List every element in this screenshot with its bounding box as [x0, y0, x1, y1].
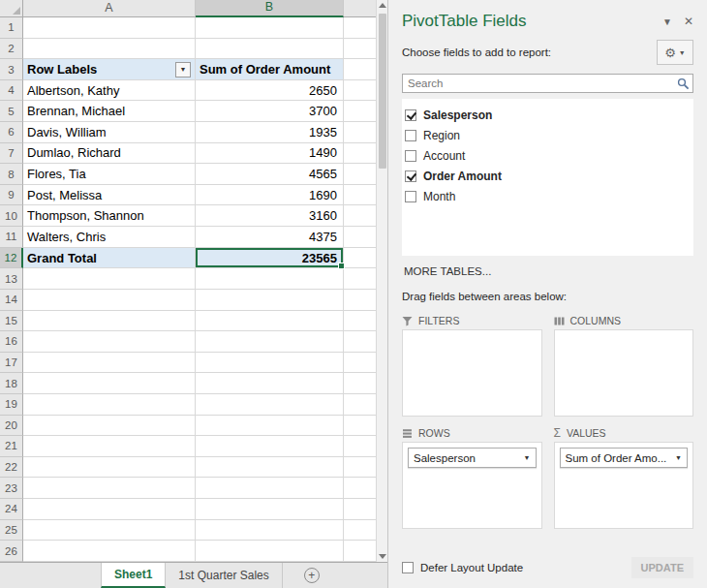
cell-A11[interactable]: Walters, Chris — [23, 227, 196, 248]
column-header-b[interactable]: B — [196, 0, 344, 17]
cell-A6[interactable]: Davis, William — [23, 122, 196, 143]
row-header-14[interactable]: 14 — [0, 290, 23, 311]
cell-C10[interactable] — [344, 205, 376, 227]
row-header-2[interactable]: 2 — [0, 39, 23, 60]
field-item-month[interactable]: Month — [405, 186, 692, 206]
row-header-7[interactable]: 7 — [0, 143, 23, 165]
cell-B3[interactable]: Sum of Order Amount — [196, 59, 344, 80]
cell-C26[interactable] — [344, 541, 376, 562]
row-header-5[interactable]: 5 — [0, 101, 23, 122]
values-field-pill[interactable]: Sum of Order Amo...▼ — [560, 448, 689, 468]
field-item-account[interactable]: Account — [405, 145, 692, 166]
cell-B7[interactable]: 1490 — [196, 143, 344, 165]
cell-A3[interactable]: Row Labels▼ — [23, 59, 196, 80]
cell-C3[interactable] — [344, 59, 376, 80]
row-header-11[interactable]: 11 — [0, 227, 23, 248]
cell-A14[interactable] — [23, 290, 196, 311]
tab-1st-quarter-sales[interactable]: 1st Quarter Sales — [166, 563, 282, 588]
tab-sheet1[interactable]: Sheet1 — [101, 563, 166, 588]
cell-B4[interactable]: 2650 — [196, 80, 344, 102]
cell-A19[interactable] — [23, 394, 196, 416]
tools-button[interactable]: ⚙ ▼ — [657, 40, 693, 65]
field-checkbox[interactable] — [405, 191, 416, 202]
cell-A25[interactable] — [23, 520, 196, 542]
cell-A8[interactable]: Flores, Tia — [23, 164, 196, 185]
columns-drop-zone[interactable] — [554, 329, 694, 417]
row-header-6[interactable]: 6 — [0, 122, 23, 143]
cell-B19[interactable] — [196, 394, 344, 416]
cell-C17[interactable] — [344, 353, 376, 374]
scrollbar-thumb[interactable] — [379, 14, 386, 169]
field-checkbox[interactable] — [405, 130, 416, 141]
filters-drop-zone[interactable] — [402, 329, 542, 417]
cell-B16[interactable] — [196, 331, 344, 353]
cell-B20[interactable] — [196, 416, 344, 437]
row-header-18[interactable]: 18 — [0, 373, 23, 394]
cell-A7[interactable]: Dumlao, Richard — [23, 143, 196, 165]
cell-B17[interactable] — [196, 353, 344, 374]
cell-A5[interactable]: Brennan, Michael — [23, 101, 196, 122]
more-tables-link[interactable]: MORE TABLES... — [402, 265, 693, 277]
cell-C9[interactable] — [344, 185, 376, 206]
cell-C13[interactable] — [344, 268, 376, 290]
cell-B2[interactable] — [196, 39, 344, 60]
search-box[interactable] — [402, 74, 693, 93]
cell-B22[interactable] — [196, 457, 344, 479]
cell-A23[interactable] — [23, 478, 196, 499]
values-drop-zone[interactable]: Sum of Order Amo...▼ — [554, 442, 694, 529]
cell-C14[interactable] — [344, 290, 376, 311]
cell-C8[interactable] — [344, 164, 376, 185]
cell-A15[interactable] — [23, 311, 196, 332]
cell-C19[interactable] — [344, 394, 376, 416]
scroll-down-arrow-icon[interactable] — [379, 554, 386, 559]
cell-A17[interactable] — [23, 353, 196, 374]
row-header-12[interactable]: 12 — [0, 248, 23, 269]
row-header-10[interactable]: 10 — [0, 205, 23, 227]
row-header-25[interactable]: 25 — [0, 520, 23, 542]
cell-C20[interactable] — [344, 416, 376, 437]
row-header-1[interactable]: 1 — [0, 17, 23, 39]
cell-A16[interactable] — [23, 331, 196, 353]
row-header-13[interactable]: 13 — [0, 268, 23, 290]
row-header-9[interactable]: 9 — [0, 185, 23, 206]
pane-close-icon[interactable]: ✕ — [684, 15, 693, 28]
row-header-19[interactable]: 19 — [0, 394, 23, 416]
new-sheet-button[interactable]: + — [304, 568, 320, 583]
row-header-26[interactable]: 26 — [0, 541, 23, 562]
cell-A10[interactable]: Thompson, Shannon — [23, 205, 196, 227]
vertical-scrollbar[interactable] — [376, 0, 387, 562]
field-item-region[interactable]: Region — [405, 125, 692, 145]
row-header-24[interactable]: 24 — [0, 499, 23, 520]
column-header-c[interactable] — [344, 0, 376, 17]
row-header-3[interactable]: 3 — [0, 59, 23, 80]
cell-B10[interactable]: 3160 — [196, 205, 344, 227]
cell-B6[interactable]: 1935 — [196, 122, 344, 143]
cell-A2[interactable] — [23, 39, 196, 60]
cell-B11[interactable]: 4375 — [196, 227, 344, 248]
cell-B5[interactable]: 3700 — [196, 101, 344, 122]
row-header-16[interactable]: 16 — [0, 331, 23, 353]
cell-B26[interactable] — [196, 541, 344, 562]
field-item-salesperson[interactable]: Salesperson — [405, 105, 692, 125]
cell-C6[interactable] — [344, 122, 376, 143]
cell-A1[interactable] — [23, 17, 196, 39]
row-header-4[interactable]: 4 — [0, 80, 23, 102]
row-header-21[interactable]: 21 — [0, 436, 23, 457]
cell-C22[interactable] — [344, 457, 376, 479]
cell-A24[interactable] — [23, 499, 196, 520]
cell-B24[interactable] — [196, 499, 344, 520]
cell-A20[interactable] — [23, 416, 196, 437]
cell-B18[interactable] — [196, 373, 344, 394]
row-header-8[interactable]: 8 — [0, 164, 23, 185]
cell-C15[interactable] — [344, 311, 376, 332]
cell-C5[interactable] — [344, 101, 376, 122]
cell-A21[interactable] — [23, 436, 196, 457]
cell-A9[interactable]: Post, Melissa — [23, 185, 196, 206]
cell-C11[interactable] — [344, 227, 376, 248]
cell-B9[interactable]: 1690 — [196, 185, 344, 206]
row-labels-filter-button[interactable]: ▼ — [175, 62, 191, 77]
cell-C12[interactable] — [344, 248, 376, 269]
cell-C2[interactable] — [344, 39, 376, 60]
cell-B25[interactable] — [196, 520, 344, 542]
cell-A12[interactable]: Grand Total — [23, 248, 196, 269]
